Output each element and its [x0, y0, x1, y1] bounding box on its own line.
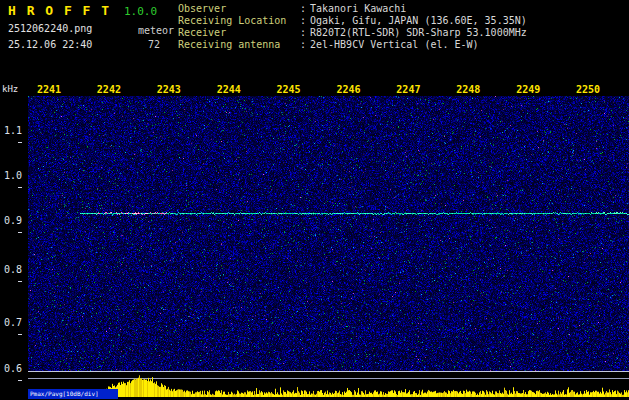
info-label: Observer	[178, 3, 300, 15]
info-value: R820T2(RTL-SDR) SDR-Sharp 53.1000MHz	[310, 27, 527, 39]
x-axis-time-label: 2242	[94, 84, 124, 95]
info-colon: :	[300, 15, 310, 27]
spectrogram-canvas	[28, 96, 629, 400]
y-axis-tick-label: 0.7	[0, 317, 22, 339]
info-colon: :	[300, 27, 310, 39]
x-axis-time-label: 2250	[573, 84, 603, 95]
x-axis-time-label: 2246	[334, 84, 364, 95]
info-row-antenna: Receiving antenna:2el-HB9CV Vertical (el…	[178, 39, 527, 51]
info-label: Receiving Location	[178, 15, 300, 27]
x-axis-time-label: 2248	[453, 84, 483, 95]
y-axis-tick-label: 0.6	[0, 363, 22, 385]
info-row-receiver: Receiver:R820T2(RTL-SDR) SDR-Sharp 53.10…	[178, 27, 527, 39]
y-axis-tick-label: 1.0	[0, 170, 22, 192]
info-value: 2el-HB9CV Vertical (el. E-W)	[310, 39, 479, 51]
info-value: Ogaki, Gifu, JAPAN (136.60E, 35.35N)	[310, 15, 527, 27]
app-title: H R O F F T	[8, 3, 111, 18]
info-colon: :	[300, 3, 310, 15]
mode-label: meteor	[138, 25, 174, 36]
y-axis-unit: kHz	[2, 84, 18, 94]
x-axis-time-label: 2249	[513, 84, 543, 95]
info-row-observer: Observer:Takanori Kawachi	[178, 3, 527, 15]
info-value: Takanori Kawachi	[310, 3, 406, 15]
info-colon: :	[300, 39, 310, 51]
y-axis-tick-label: 0.9	[0, 215, 22, 237]
x-axis-time-label: 2241	[34, 84, 64, 95]
x-axis-time-label: 2244	[214, 84, 244, 95]
output-filename: 2512062240.png	[8, 23, 92, 34]
datetime-label: 25.12.06 22:40	[8, 39, 92, 50]
hrofft-window: H R O F F T 1.0.0 2512062240.png meteor …	[0, 0, 629, 400]
echo-count: 72	[148, 39, 160, 50]
station-info: Observer:Takanori Kawachi Receiving Loca…	[178, 3, 527, 51]
y-axis-tick-label: 1.1	[0, 125, 22, 147]
x-axis-time-label: 2243	[154, 84, 184, 95]
info-label: Receiver	[178, 27, 300, 39]
x-axis-time-label: 2247	[393, 84, 423, 95]
info-label: Receiving antenna	[178, 39, 300, 51]
app-version: 1.0.0	[124, 5, 157, 18]
level-graph-legend: Pmax/Pavg[10dB/div]	[28, 389, 118, 399]
y-axis-tick-label: 0.8	[0, 264, 22, 286]
x-axis-time-label: 2245	[274, 84, 304, 95]
info-row-location: Receiving Location:Ogaki, Gifu, JAPAN (1…	[178, 15, 527, 27]
